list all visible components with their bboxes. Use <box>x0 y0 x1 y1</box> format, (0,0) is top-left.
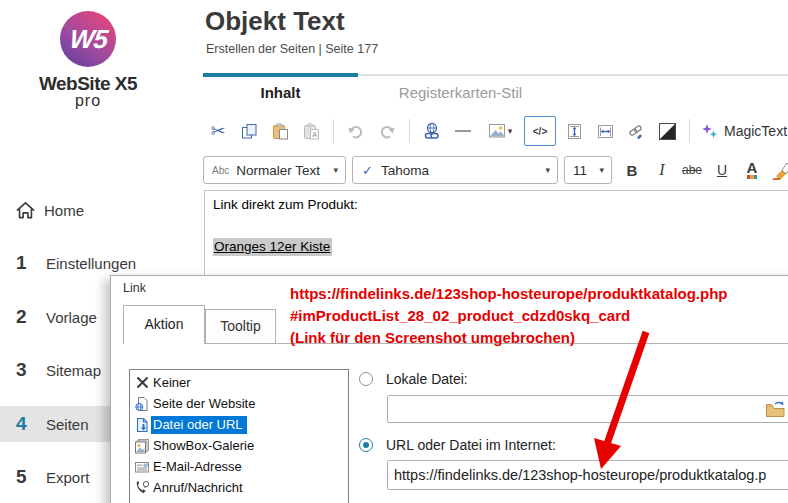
tab-inhalt[interactable]: Inhalt <box>203 84 358 101</box>
chevron-down-icon[interactable]: ▾ <box>599 165 604 175</box>
paste-special-button[interactable]: A <box>298 118 324 144</box>
link-globe-icon <box>423 122 441 140</box>
cut-icon: ✂ <box>210 120 225 142</box>
bold-button[interactable]: B <box>620 157 644 183</box>
app-logo: W5 <box>60 11 116 67</box>
chevron-down-icon[interactable]: ▾ <box>333 165 338 175</box>
phone-icon <box>133 480 151 496</box>
image-icon <box>488 123 506 139</box>
sidebar-item-label: Seiten <box>46 416 89 433</box>
link-type-option-keiner[interactable]: Keiner <box>130 372 348 393</box>
annotation-line2: #imProductList_28_02_product_cdzd0skq_ca… <box>290 305 728 327</box>
annotation-line3: (Link für den Screenshot umgebrochen) <box>290 327 728 349</box>
page-globe-icon <box>133 396 151 412</box>
paste-special-icon: A <box>303 123 320 140</box>
magictext-sparkles-icon <box>701 123 718 140</box>
sidebar-item-label: Vorlage <box>46 309 97 326</box>
svg-text:A: A <box>312 130 318 139</box>
app-window: W5 WebSite X5 pro Objekt Text Erstellen … <box>0 0 788 503</box>
copy-icon <box>241 123 258 140</box>
invert-colors-icon <box>659 123 676 140</box>
step-number: 3 <box>16 359 46 381</box>
font-color-button[interactable]: A <box>740 157 764 183</box>
font-family-value: Tahoma <box>381 163 429 178</box>
sidebar-item-home[interactable]: Home <box>0 192 197 228</box>
format-buttons: B I abe U A <box>620 156 788 184</box>
radio-unselected-icon[interactable] <box>359 372 373 386</box>
step-number: 1 <box>16 252 46 274</box>
link-type-option-email[interactable]: E-Mail-Adresse <box>130 456 348 477</box>
italic-button[interactable]: I <box>650 157 674 183</box>
strikethrough-button[interactable]: abe <box>680 157 704 183</box>
invert-colors-button[interactable] <box>654 118 680 144</box>
step-number: 4 <box>16 413 46 435</box>
link-type-option-showbox[interactable]: ShowBox-Galerie <box>130 435 348 456</box>
fit-width-icon <box>597 123 614 140</box>
url-radio-label: URL oder Datei im Internet: <box>386 437 556 453</box>
link-style-button[interactable] <box>623 118 649 144</box>
annotation-line1: https://findelinks.de/123shop-hosteurope… <box>290 283 728 305</box>
editor-text-line: Link direkt zum Produkt: <box>213 197 358 212</box>
link-type-listbox[interactable]: Keiner Seite der Website Datei oder URL … <box>129 369 349 503</box>
undo-button[interactable] <box>343 118 369 144</box>
link-type-option-datei-url[interactable]: Datei oder URL <box>130 414 348 435</box>
cut-button[interactable]: ✂ <box>205 118 231 144</box>
step-number: 5 <box>16 466 46 488</box>
url-input[interactable] <box>387 460 788 490</box>
local-file-input[interactable] <box>387 395 788 423</box>
fit-width-button[interactable] <box>592 118 618 144</box>
url-radio-row[interactable]: URL oder Datei im Internet: <box>359 437 556 453</box>
editor-toolbar: ✂ A ▾ </> <box>205 112 787 150</box>
open-folder-icon <box>765 400 786 418</box>
page-link-icon <box>133 417 151 433</box>
link-type-option-seite[interactable]: Seite der Website <box>130 393 348 414</box>
paste-button[interactable] <box>267 118 293 144</box>
local-file-radio-row[interactable]: Lokale Datei: <box>359 371 468 387</box>
html-code-button[interactable]: </> <box>524 116 556 146</box>
link-type-option-anruf[interactable]: Anruf/Nachricht <box>130 477 348 498</box>
fit-height-icon <box>566 123 583 140</box>
link-type-option-partial[interactable] <box>130 498 348 503</box>
insert-image-button[interactable]: ▾ <box>481 118 519 144</box>
radio-selected-icon[interactable] <box>359 438 373 452</box>
sidebar-item-seiten[interactable]: 4 Seiten <box>0 406 110 442</box>
font-color-icon: A <box>747 161 758 179</box>
font-size-value: 11 <box>573 163 587 178</box>
check-icon: ✓ <box>362 163 373 178</box>
dialog-tab-aktion[interactable]: Aktion <box>123 305 205 344</box>
text-style-dropdown[interactable]: Abc Normaler Text ▾ <box>203 156 346 184</box>
insert-hr-button[interactable] <box>450 118 476 144</box>
logo-badge: W5 <box>68 24 108 55</box>
home-icon <box>14 199 44 222</box>
browse-file-button[interactable] <box>763 398 787 420</box>
image-dropdown-arrow[interactable]: ▾ <box>508 126 513 136</box>
breadcrumb: Erstellen der Seiten | Seite 177 <box>206 42 378 56</box>
redo-button[interactable] <box>374 118 400 144</box>
link-style-icon <box>627 122 645 140</box>
font-size-dropdown[interactable]: 11 ▾ <box>564 156 612 184</box>
text-style-value: Normaler Text <box>236 163 320 178</box>
insert-link-button[interactable] <box>419 118 445 144</box>
logo-edition: pro <box>28 92 148 110</box>
dialog-tab-tooltip[interactable]: Tooltip <box>205 309 276 344</box>
underline-button[interactable]: U <box>710 157 734 183</box>
magictext-button[interactable]: MagicText <box>701 123 787 140</box>
horizontal-line-icon <box>455 130 471 132</box>
font-family-dropdown[interactable]: ✓ Tahoma ▾ <box>352 156 558 184</box>
fit-height-button[interactable] <box>561 118 587 144</box>
local-file-radio-label: Lokale Datei: <box>386 371 468 387</box>
toolbar-separator <box>333 119 334 143</box>
sidebar-item-label: Export <box>46 469 89 486</box>
highlighter-icon <box>772 160 788 180</box>
step-number: 2 <box>16 306 46 328</box>
editor-selected-text[interactable]: Oranges 12er Kiste <box>213 238 332 256</box>
tab-registerkarten-stil[interactable]: Registerkarten-Stil <box>368 84 553 101</box>
copy-button[interactable] <box>236 118 262 144</box>
sidebar-item-label: Sitemap <box>46 362 101 379</box>
magictext-label: MagicText <box>724 123 787 139</box>
none-x-icon <box>133 375 151 390</box>
chevron-down-icon[interactable]: ▾ <box>545 165 550 175</box>
sidebar-item-label: Home <box>44 202 84 219</box>
sidebar-item-label: Einstellungen <box>46 255 136 272</box>
highlight-color-button[interactable] <box>770 157 788 183</box>
